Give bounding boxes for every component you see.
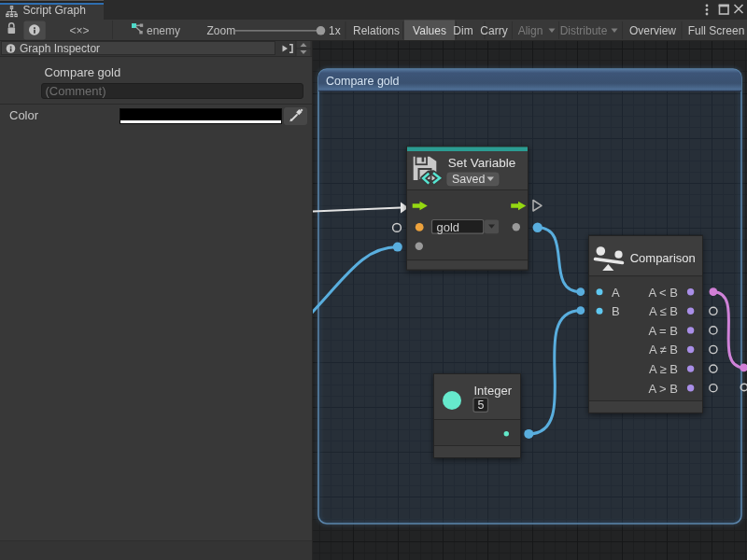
svg-text:A ≠ B: A ≠ B: [649, 343, 678, 357]
svg-text:Full Screen: Full Screen: [688, 24, 745, 37]
svg-text:B: B: [612, 304, 620, 318]
svg-text:Zoom: Zoom: [207, 24, 236, 37]
svg-text:Overview: Overview: [629, 24, 676, 37]
svg-text:A = B: A = B: [649, 324, 678, 338]
svg-text:A ≤ B: A ≤ B: [649, 304, 678, 318]
svg-text:enemy: enemy: [147, 24, 180, 37]
svg-text:A < B: A < B: [649, 286, 678, 300]
svg-text:Values: Values: [413, 24, 446, 37]
svg-text:A ≥ B: A ≥ B: [649, 362, 678, 376]
svg-text:gold: gold: [437, 220, 460, 234]
svg-text:Comparison: Comparison: [630, 251, 696, 265]
svg-text:Compare gold: Compare gold: [326, 75, 400, 88]
svg-text:Relations: Relations: [353, 24, 400, 37]
svg-text:Dim: Dim: [453, 24, 472, 37]
svg-text:Align: Align: [518, 24, 543, 37]
svg-text:A: A: [612, 286, 620, 300]
svg-text:Carry: Carry: [480, 24, 507, 37]
svg-text:1x: 1x: [329, 24, 341, 37]
svg-text:Set Variable: Set Variable: [448, 156, 516, 170]
svg-text:Graph Inspector: Graph Inspector: [20, 42, 100, 55]
svg-text:Integer: Integer: [474, 384, 513, 398]
svg-text:A > B: A > B: [649, 382, 678, 396]
svg-text:5: 5: [478, 399, 485, 412]
svg-text:Saved: Saved: [452, 173, 485, 186]
svg-text:<×>: <×>: [69, 24, 89, 37]
svg-text:Distribute: Distribute: [560, 24, 608, 37]
